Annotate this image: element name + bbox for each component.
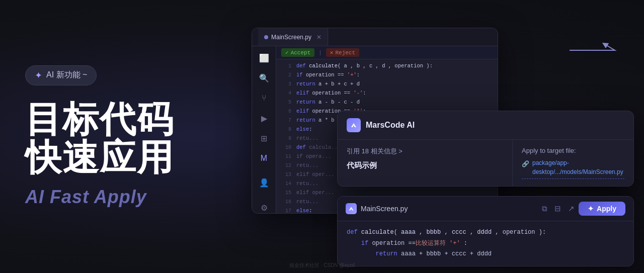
ref-info[interactable]: 引用 18 相关信息 > — [347, 147, 503, 156]
popup-right: Apply to target file: 🔗 package/app-desk… — [513, 140, 633, 186]
bottom-logo-icon — [348, 205, 355, 212]
ai-badge[interactable]: ✦ AI 新功能 ~ — [25, 65, 97, 85]
accept-button[interactable]: ✓ Accept — [281, 48, 314, 57]
sidebar-icons: ⬜ 🔍 ⑂ ▶ ⊞ M 👤 ⚙ — [252, 46, 276, 213]
ref-info-text: 引用 18 相关信息 > — [347, 147, 403, 156]
accept-icon: ✓ — [285, 49, 289, 56]
code-line: 1 def calculate( a , b , c , d , operati… — [276, 61, 498, 70]
popup-header: MarsCode AI — [338, 111, 633, 140]
bottom-code-line-2: if operation ==比较运算符 '+' : — [347, 238, 624, 249]
reject-icon: ✕ — [330, 49, 334, 56]
code-line: 2 if operation == '+': — [276, 70, 498, 79]
debug-icon[interactable]: ▶ — [259, 113, 270, 124]
tab-dot — [264, 35, 268, 39]
bottom-code-line-1: def calculate( aaaa , bbbb , cccc , dddd… — [347, 227, 624, 238]
code-line: 5 return a - b - c - d — [276, 98, 498, 107]
title-line2: 快速应用 — [25, 139, 216, 177]
reject-button[interactable]: ✕ Reject — [326, 48, 359, 57]
code-line: 4 elif operation == '-': — [276, 88, 498, 98]
marscode-logo — [347, 118, 361, 132]
left-panel: ✦ AI 新功能 ~ 目标代码 快速应用 AI Fast Apply — [0, 0, 242, 273]
apply-button[interactable]: ✦ Apply — [579, 202, 625, 216]
copy-icon[interactable]: ⧉ — [542, 204, 547, 213]
marscode-logo-icon — [350, 121, 358, 129]
main-title: 目标代码 快速应用 — [25, 101, 216, 176]
avatar-icon[interactable]: 👤 — [259, 177, 270, 188]
apply-label: Apply — [597, 205, 616, 213]
close-icon[interactable]: ✕ — [316, 34, 321, 41]
code-line: 3 return a + b + c + d — [276, 79, 498, 88]
link-icon: 🔗 — [522, 159, 529, 168]
subtitle: AI Fast Apply — [25, 187, 216, 208]
bottom-panel: MainScreen.py ⧉ ⊟ ↗ ✦ Apply def calculat… — [337, 196, 634, 266]
editor-tab[interactable]: MainScreen.py ✕ — [258, 28, 328, 46]
extensions-icon[interactable]: ⊞ — [259, 133, 270, 144]
apply-to-label: Apply to target file: — [522, 147, 624, 154]
files-icon[interactable]: ⬜ — [259, 52, 270, 63]
watermark: 掘金技术社区 · CSDN @xyzd — [289, 262, 355, 269]
split-icon[interactable]: ⊟ — [554, 204, 561, 213]
reject-label: Reject — [335, 50, 355, 56]
bottom-code-line-3: return aaaa + bbbb + cccc + dddd — [347, 249, 624, 260]
bottom-titlebar: MainScreen.py ⧉ ⊟ ↗ ✦ Apply — [338, 197, 633, 221]
git-icon[interactable]: ⑂ — [259, 93, 270, 104]
apply-sparkle-icon: ✦ — [588, 205, 594, 213]
toolbar-icons: ⧉ ⊟ ↗ — [542, 204, 575, 213]
popup-body: 引用 18 相关信息 > 代码示例 Apply to target file: … — [338, 140, 633, 186]
bottom-logo — [346, 203, 357, 214]
marscode-popup: MarsCode AI 引用 18 相关信息 > 代码示例 Apply to t… — [337, 111, 634, 187]
accept-label: Accept — [291, 50, 311, 56]
ai-badge-label: AI 新功能 ~ — [46, 70, 87, 80]
sparkle-icon: ✦ — [35, 70, 42, 81]
popup-left: 引用 18 相关信息 > 代码示例 — [338, 140, 513, 186]
tab-label: MainScreen.py — [271, 34, 311, 41]
code-example-label: 代码示例 — [347, 161, 503, 170]
accept-reject-bar: ✓ Accept | ✕ Reject — [276, 46, 498, 59]
export-icon[interactable]: ↗ — [568, 204, 575, 213]
marscode-icon[interactable]: M — [259, 153, 270, 164]
bottom-title: MainScreen.py — [361, 205, 538, 213]
settings-icon[interactable]: ⚙ — [259, 202, 270, 213]
bottom-code: def calculate( aaaa , bbbb , cccc , dddd… — [338, 221, 633, 266]
popup-title: MarsCode AI — [366, 121, 415, 130]
search-icon[interactable]: 🔍 — [259, 72, 270, 83]
arrow-decoration — [565, 40, 625, 60]
file-path: package/app-desktop/.../models/MainScree… — [532, 158, 624, 176]
title-line1: 目标代码 — [25, 101, 216, 139]
file-link[interactable]: 🔗 package/app-desktop/.../models/MainScr… — [522, 158, 624, 179]
editor-titlebar: MainScreen.py ✕ — [252, 28, 498, 46]
